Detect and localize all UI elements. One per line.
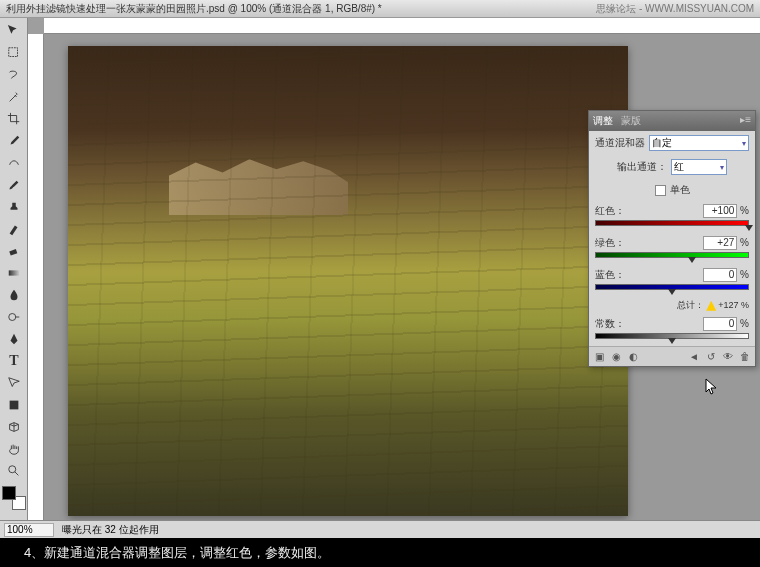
mono-row: 单色 — [589, 179, 755, 201]
status-info: 曝光只在 32 位起作用 — [62, 523, 159, 537]
output-label: 输出通道： — [617, 160, 667, 174]
output-channel-select[interactable]: 红 — [671, 159, 727, 175]
fg-color-swatch[interactable] — [2, 486, 16, 500]
lasso-tool-icon[interactable] — [2, 65, 26, 85]
main-area: T 调整 蒙版 ▸≡ — [0, 18, 760, 520]
blue-label: 蓝色： — [595, 268, 625, 282]
tool-palette: T — [0, 18, 28, 520]
tutorial-caption: 4、新建通道混合器调整图层，调整红色，参数如图。 — [0, 538, 760, 567]
adjustments-panel: 调整 蒙版 ▸≡ 通道混和器 自定 输出通道： 红 单色 红色： +100 % — [588, 110, 756, 367]
red-slider-row: 红色： +100 % — [589, 201, 755, 233]
blur-tool-icon[interactable] — [2, 285, 26, 305]
path-tool-icon[interactable] — [2, 373, 26, 393]
eraser-tool-icon[interactable] — [2, 241, 26, 261]
svg-rect-1 — [9, 249, 17, 256]
red-value[interactable]: +100 — [703, 204, 737, 218]
layer-icon[interactable]: ▣ — [593, 351, 605, 363]
svg-rect-0 — [9, 48, 18, 57]
green-value[interactable]: +27 — [703, 236, 737, 250]
svg-point-3 — [9, 314, 16, 321]
blue-value[interactable]: 0 — [703, 268, 737, 282]
gradient-tool-icon[interactable] — [2, 263, 26, 283]
constant-label: 常数： — [595, 317, 625, 331]
zoom-tool-icon[interactable] — [2, 461, 26, 481]
panel-footer: ▣ ◉ ◐ ◄ ↺ 👁 🗑 — [589, 346, 755, 366]
constant-slider[interactable] — [595, 333, 749, 343]
title-bar: 利用外挂滤镜快速处理一张灰蒙蒙的田园照片.psd @ 100% (通道混合器 1… — [0, 0, 760, 18]
3d-tool-icon[interactable] — [2, 417, 26, 437]
svg-rect-2 — [9, 270, 20, 275]
type-tool-icon[interactable]: T — [2, 351, 26, 371]
brush-tool-icon[interactable] — [2, 175, 26, 195]
history-brush-icon[interactable] — [2, 219, 26, 239]
heal-tool-icon[interactable] — [2, 153, 26, 173]
hand-tool-icon[interactable] — [2, 439, 26, 459]
horizontal-ruler — [44, 18, 760, 34]
eyedropper-tool-icon[interactable] — [2, 131, 26, 151]
document-title: 利用外挂滤镜快速处理一张灰蒙蒙的田园照片.psd @ 100% (通道混合器 1… — [6, 2, 382, 16]
output-row: 输出通道： 红 — [589, 155, 755, 179]
view-icon[interactable]: ◉ — [610, 351, 622, 363]
zoom-level[interactable]: 100% — [4, 523, 54, 537]
blue-slider-row: 蓝色： 0 % — [589, 265, 755, 297]
constant-value[interactable]: 0 — [703, 317, 737, 331]
mixer-header: 通道混和器 自定 — [589, 131, 755, 155]
prev-icon[interactable]: ◄ — [688, 351, 700, 363]
warning-icon — [706, 301, 716, 311]
red-slider[interactable] — [595, 220, 749, 230]
reset-icon[interactable]: ↺ — [705, 351, 717, 363]
constant-slider-row: 常数： 0 % — [589, 314, 755, 346]
marquee-tool-icon[interactable] — [2, 43, 26, 63]
green-slider[interactable] — [595, 252, 749, 262]
clip-icon[interactable]: ◐ — [627, 351, 639, 363]
photoshop-window: 利用外挂滤镜快速处理一张灰蒙蒙的田园照片.psd @ 100% (通道混合器 1… — [0, 0, 760, 538]
photo-content — [68, 46, 628, 516]
red-label: 红色： — [595, 204, 625, 218]
stamp-tool-icon[interactable] — [2, 197, 26, 217]
preset-select[interactable]: 自定 — [649, 135, 749, 151]
pen-tool-icon[interactable] — [2, 329, 26, 349]
watermark: 思缘论坛 - WWW.MISSYUAN.COM — [596, 2, 754, 16]
panel-tabs: 调整 蒙版 ▸≡ — [589, 111, 755, 131]
green-slider-row: 绿色： +27 % — [589, 233, 755, 265]
blue-slider[interactable] — [595, 284, 749, 294]
dodge-tool-icon[interactable] — [2, 307, 26, 327]
svg-rect-4 — [10, 401, 19, 410]
green-label: 绿色： — [595, 236, 625, 250]
visibility-icon[interactable]: 👁 — [722, 351, 734, 363]
status-bar: 100% 曝光只在 32 位起作用 — [0, 520, 760, 538]
crop-tool-icon[interactable] — [2, 109, 26, 129]
panel-menu-icon[interactable]: ▸≡ — [740, 114, 751, 125]
monochrome-checkbox[interactable] — [655, 185, 666, 196]
shape-tool-icon[interactable] — [2, 395, 26, 415]
tab-masks[interactable]: 蒙版 — [621, 114, 641, 128]
trash-icon[interactable]: 🗑 — [739, 351, 751, 363]
tab-adjustments[interactable]: 调整 — [593, 114, 613, 128]
wand-tool-icon[interactable] — [2, 87, 26, 107]
color-swatches[interactable] — [2, 486, 26, 510]
move-tool-icon[interactable] — [2, 21, 26, 41]
mixer-label: 通道混和器 — [595, 136, 645, 150]
vertical-ruler — [28, 34, 44, 520]
monochrome-label: 单色 — [670, 183, 690, 197]
svg-point-5 — [9, 466, 16, 473]
total-row: 总计： +127 % — [589, 297, 755, 314]
